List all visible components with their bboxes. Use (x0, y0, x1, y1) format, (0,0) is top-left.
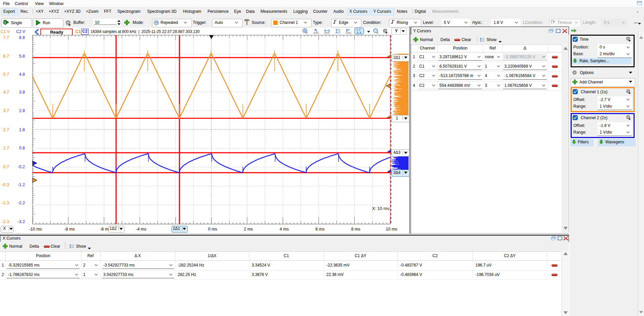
svg-text:1: 1 (4, 21, 6, 24)
svg-text:X: 10 ms: X: 10 ms (372, 206, 390, 211)
